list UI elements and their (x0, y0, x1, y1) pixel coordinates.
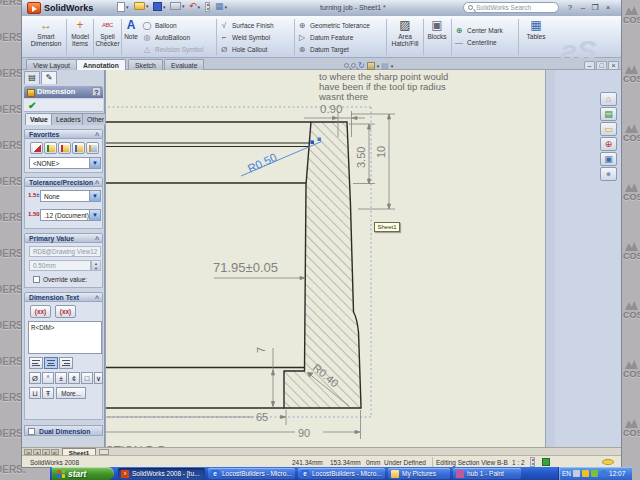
note-button[interactable]: A Note (122, 18, 140, 56)
favorites-dropdown[interactable]: <NONE>▼ (29, 157, 101, 169)
favorite-apply-button[interactable] (30, 142, 43, 154)
file-explorer-tab[interactable]: ▭ (600, 122, 617, 136)
design-library-tab[interactable]: ▤ (600, 107, 617, 121)
tray-icon-1[interactable] (573, 470, 580, 477)
solidworks-resources-tab[interactable]: ⌂ (600, 92, 617, 106)
plusminus-symbol-button[interactable]: ± (55, 372, 67, 384)
autoballoon-button[interactable]: ◎AutoBalloon (142, 31, 203, 43)
panel-help-button[interactable]: ? (92, 87, 101, 96)
dimension-text-area[interactable]: R<DIM> (28, 321, 102, 354)
dimension-65[interactable]: 65 (256, 411, 268, 423)
spell-checker-button[interactable]: ABC Spell Checker (94, 18, 121, 56)
favorites-header[interactable]: Favorites (24, 129, 103, 139)
help-button[interactable]: ? (565, 3, 575, 13)
more-symbols-dropdown[interactable]: ∨ (94, 372, 103, 384)
model-items-button[interactable]: + Model Items (67, 18, 93, 56)
taskbar-item-solidworks[interactable]: › SolidWorks 2008 - [tu... (118, 468, 205, 479)
tray-icon-3[interactable] (591, 470, 598, 477)
tolerance-dropdown[interactable]: None▼ (40, 190, 101, 202)
zoom-fit-icon[interactable] (344, 63, 349, 68)
tab-view-layout[interactable]: View Layout (26, 59, 77, 70)
pane-divider[interactable] (545, 70, 555, 447)
chevron-down-icon[interactable]: ▾ (377, 63, 380, 69)
search-input[interactable]: SolidWorks Search (463, 2, 559, 13)
revision-symbol-button[interactable]: △Revision Symbol (142, 43, 203, 55)
rebuild-button[interactable] (205, 2, 210, 12)
center-mark-button[interactable]: ⊕Center Mark (454, 24, 503, 36)
tray-icon-2[interactable] (582, 470, 589, 477)
doc-minimize-button[interactable]: – (584, 61, 595, 70)
dimension-90[interactable]: 90 (298, 427, 310, 439)
drawing-canvas[interactable]: R0.50 to where the sharp point would hav… (105, 70, 545, 447)
favorite-add-button[interactable] (44, 142, 57, 154)
tab-sketch[interactable]: Sketch (128, 59, 163, 70)
balloon-button[interactable]: ◯Balloon (142, 19, 203, 31)
datum-feature-button[interactable]: ▷Datum Feature (297, 31, 370, 43)
property-manager-tab[interactable]: ✎ (41, 71, 57, 84)
dimension-7195[interactable]: 71.95±0.05 (213, 260, 278, 275)
open-button[interactable]: ▾ (134, 2, 149, 10)
favorite-load-button[interactable] (86, 142, 99, 154)
section-view-drawing[interactable]: R0.50 to where the sharp point would hav… (106, 70, 546, 447)
print-button[interactable]: ▾ (170, 2, 185, 10)
value-spinner[interactable]: ▲▼ (91, 260, 101, 271)
tables-button[interactable]: ▦ Tables (522, 18, 550, 56)
geometric-tolerance-button[interactable]: ⊕Geometric Tolerance (297, 19, 370, 31)
square-symbol-button[interactable]: □ (81, 372, 93, 384)
surface-finish-button[interactable]: √Surface Finish (219, 19, 274, 31)
new-document-button[interactable]: ▾ (117, 2, 129, 12)
taskbar-item-locost-1[interactable]: e LocostBuilders - Micro... (208, 468, 295, 479)
save-button[interactable]: ▾ (153, 2, 166, 11)
dim-text-style-button-1[interactable]: (xx) (30, 305, 51, 318)
justify-left-button[interactable] (29, 357, 43, 369)
datum-target-button[interactable]: ⊗Datum Target (297, 43, 370, 55)
hole-callout-button[interactable]: ØHole Callout (219, 43, 274, 55)
smart-dimension-button[interactable]: ↔ Smart Dimension (26, 18, 66, 56)
dim-text-style-button-2[interactable]: (xx) (55, 305, 76, 318)
dimension-value-field[interactable]: 0.50mm (29, 260, 91, 271)
search-tab[interactable]: ⊕ (600, 137, 617, 151)
favorite-save-button[interactable] (72, 142, 85, 154)
dimension-text-header[interactable]: Dimension Text (24, 292, 103, 302)
minimize-button[interactable]: – (578, 3, 588, 13)
dimension-10[interactable]: 10 (375, 146, 387, 158)
degree-symbol-button[interactable]: ° (42, 372, 54, 384)
feature-manager-tab[interactable]: ▤ (24, 71, 40, 84)
precision-dropdown[interactable]: .12 (Document)▼ (40, 209, 101, 221)
close-button[interactable]: × (603, 3, 613, 13)
more-symbols-button[interactable]: More... (56, 387, 86, 399)
taskbar-item-paint[interactable]: hub 1 - Paint (453, 468, 521, 479)
language-indicator[interactable]: EN (562, 470, 571, 477)
dual-dimension-checkbox[interactable] (28, 428, 35, 435)
favorite-delete-button[interactable] (58, 142, 71, 154)
drawing-note[interactable]: to where the sharp point would have been… (318, 71, 448, 102)
taskbar-item-locost-2[interactable]: e LocostBuilders - Micro... (298, 468, 385, 479)
view-palette-tab[interactable]: ▣ (600, 152, 617, 166)
counterbore-symbol-button[interactable]: ⊔ (29, 387, 41, 399)
dual-dimension-header[interactable]: Dual Dimension (24, 425, 103, 436)
primary-value-header[interactable]: Primary Value (24, 233, 103, 243)
doc-restore-button[interactable]: □ (596, 61, 607, 70)
dimension-350[interactable]: 3.50 (355, 147, 367, 168)
diameter-symbol-button[interactable]: Ø (29, 372, 41, 384)
restore-button[interactable]: ❒ (590, 3, 600, 13)
area-hatch-fill-button[interactable]: ▨ Area Hatch/Fill (388, 18, 422, 56)
centerline-button[interactable]: —Centerline (454, 36, 503, 48)
chevron-down-icon[interactable]: ▾ (391, 63, 394, 69)
tolerance-header[interactable]: Tolerance/Precision (24, 177, 103, 187)
panel-tab-value[interactable]: Value (25, 113, 53, 125)
justify-right-button[interactable] (59, 357, 73, 369)
depth-symbol-button[interactable]: Ŧ (42, 387, 54, 399)
doc-close-button[interactable]: × (608, 61, 619, 70)
panel-tab-leaders[interactable]: Leaders (51, 113, 86, 125)
zoom-area-icon[interactable] (351, 63, 356, 68)
weld-symbol-button[interactable]: ⌐Weld Symbol (219, 31, 274, 43)
undo-button[interactable]: ↶▾ (189, 2, 200, 11)
taskbar-item-my-pictures[interactable]: My Pictures (388, 468, 450, 479)
dimension-name-field[interactable]: RD8@Drawing View12 (29, 246, 101, 257)
ok-check-icon[interactable]: ✔ (24, 100, 36, 111)
dimension-7[interactable]: 7 (255, 347, 267, 353)
justify-center-button[interactable] (44, 357, 58, 369)
centerline-symbol-button[interactable]: ¢ (68, 372, 80, 384)
override-value-checkbox[interactable] (33, 276, 40, 283)
